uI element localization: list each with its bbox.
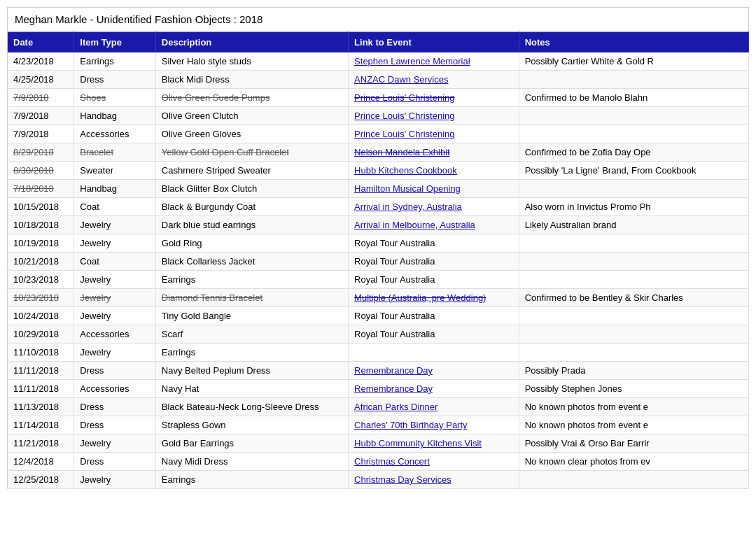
cell-desc: Tiny Gold Bangle (155, 307, 348, 325)
type-value: Jewelry (80, 220, 111, 230)
desc-value: Olive Green Clutch (162, 111, 239, 121)
date-value: 4/25/2018 (13, 74, 54, 85)
cell-desc: Earrings (155, 471, 348, 489)
type-value: Sweater (80, 165, 113, 176)
cell-desc: Strapless Gown (155, 416, 348, 434)
desc-value: Yellow Gold Open Cuff Bracelet (162, 147, 289, 157)
event-link[interactable]: Christmas Day Services (354, 474, 451, 485)
event-link[interactable]: Remembrance Day (354, 383, 433, 394)
desc-value: Gold Ring (162, 238, 202, 248)
cell-desc: Earrings (155, 271, 348, 289)
cell-type: Jewelry (74, 307, 155, 325)
cell-desc: Scarf (155, 325, 348, 344)
event-link[interactable]: Hubb Kitchens Cookbook (354, 165, 457, 176)
cell-date: 11/11/2018 (8, 362, 74, 380)
desc-value: Olive Green Gloves (162, 129, 241, 139)
cell-notes (519, 180, 748, 198)
type-value: Dress (80, 365, 104, 376)
event-link[interactable]: Multiple (Australia, pre Wedding) (354, 292, 486, 303)
cell-notes: Possibly Vrai & Orso Bar Earrir (519, 434, 748, 453)
type-value: Dress (80, 420, 104, 430)
cell-date: 11/10/2018 (8, 344, 74, 362)
date-value: 12/4/2018 (13, 456, 54, 467)
event-link[interactable]: Charles' 70th Birthday Party (354, 420, 467, 430)
type-value: Coat (80, 256, 99, 267)
cell-desc: Black Midi Dress (155, 71, 348, 89)
event-link[interactable]: Arrival in Melbourne, Australia (354, 220, 475, 230)
cell-type: Jewelry (74, 471, 155, 489)
cell-type: Accessories (74, 325, 155, 344)
table-row: 11/21/2018JewelryGold Bar EarringsHubb C… (8, 434, 749, 453)
cell-desc: Black Collarless Jacket (155, 253, 348, 271)
cell-notes (519, 234, 748, 253)
desc-value: Black Bateau-Neck Long-Sleeve Dress (162, 402, 319, 412)
date-value: 10/18/2018 (13, 220, 59, 230)
cell-type: Accessories (74, 380, 155, 398)
event-link[interactable]: Stephen Lawrence Memorial (354, 56, 470, 66)
cell-date: 4/25/2018 (8, 71, 74, 89)
cell-date: 11/11/2018 (8, 380, 74, 398)
table-header-row: Date Item Type Description Link to Event… (8, 32, 749, 53)
type-value: Jewelry (80, 474, 111, 485)
desc-value: Earrings (162, 274, 195, 285)
cell-notes (519, 107, 748, 125)
date-value: 10/29/2018 (13, 329, 59, 339)
cell-desc: Olive Green Suede Pumps (155, 89, 348, 107)
cell-date: 11/21/2018 (8, 434, 74, 453)
cell-notes: Confirmed to be Zofia Day Ope (519, 143, 748, 162)
cell-link: Multiple (Australia, pre Wedding) (349, 289, 519, 307)
cell-date: 10/24/2018 (8, 307, 74, 325)
event-link[interactable]: Prince Louis' Christening (354, 92, 454, 103)
cell-link: Remembrance Day (349, 362, 519, 380)
type-value: Dress (80, 402, 104, 412)
cell-date: 10/18/2018 (8, 216, 74, 234)
event-link[interactable]: Hamilton Musical Opening (354, 183, 461, 194)
cell-notes: Possibly Stephen Jones (519, 380, 748, 398)
cell-notes (519, 253, 748, 271)
event-link[interactable]: Arrival in Sydney, Australia (354, 201, 462, 212)
type-value: Earrings (80, 56, 113, 66)
type-value: Bracelet (80, 147, 113, 157)
table-row: 11/14/2018DressStrapless GownCharles' 70… (8, 416, 749, 434)
date-value: 11/13/2018 (13, 402, 59, 412)
cell-type: Dress (74, 398, 155, 416)
event-link[interactable]: Christmas Concert (354, 456, 430, 467)
cell-type: Dress (74, 362, 155, 380)
event-text: Royal Tour Australia (354, 256, 435, 267)
cell-type: Dress (74, 71, 155, 89)
cell-date: 10/23/2018 (8, 271, 74, 289)
event-link[interactable]: Hubb Community Kitchens Visit (354, 438, 482, 448)
event-link[interactable]: Nelson Mandela Exhibit (354, 147, 450, 157)
cell-link: Royal Tour Australia (349, 325, 519, 344)
cell-type: Coat (74, 253, 155, 271)
event-link[interactable]: Prince Louis' Christening (354, 129, 454, 139)
type-value: Jewelry (80, 311, 111, 321)
desc-value: Black Midi Dress (162, 74, 230, 85)
cell-notes: Possibly 'La Ligne' Brand, From Cookbook (519, 162, 748, 180)
type-value: Accessories (80, 329, 129, 339)
event-link[interactable]: ANZAC Dawn Services (354, 74, 448, 85)
cell-link: Charles' 70th Birthday Party (349, 416, 519, 434)
cell-date: 12/25/2018 (8, 471, 74, 489)
cell-desc: Navy Midi Dress (155, 453, 348, 471)
cell-desc: Earrings (155, 344, 348, 362)
cell-date: 11/14/2018 (8, 416, 74, 434)
cell-desc: Diamond Tennis Bracelet (155, 289, 348, 307)
cell-type: Jewelry (74, 289, 155, 307)
event-link[interactable]: African Parks Dinner (354, 402, 438, 412)
type-value: Handbag (80, 111, 117, 121)
event-link[interactable]: Prince Louis' Christening (354, 111, 454, 121)
cell-link: Royal Tour Australia (349, 307, 519, 325)
cell-desc: Gold Ring (155, 234, 348, 253)
type-value: Accessories (80, 129, 129, 139)
event-link[interactable]: Remembrance Day (354, 365, 433, 376)
table-row: 11/10/2018JewelryEarrings (8, 344, 749, 362)
type-value: Dress (80, 456, 104, 467)
date-value: 11/11/2018 (13, 383, 59, 394)
table-row: 7/9/2018HandbagOlive Green ClutchPrince … (8, 107, 749, 125)
date-value: 11/10/2018 (13, 347, 59, 358)
desc-value: Silver Halo style studs (162, 56, 251, 66)
cell-notes: Likely Australian brand (519, 216, 748, 234)
date-value: 11/14/2018 (13, 420, 59, 430)
cell-type: Shoes (74, 89, 155, 107)
